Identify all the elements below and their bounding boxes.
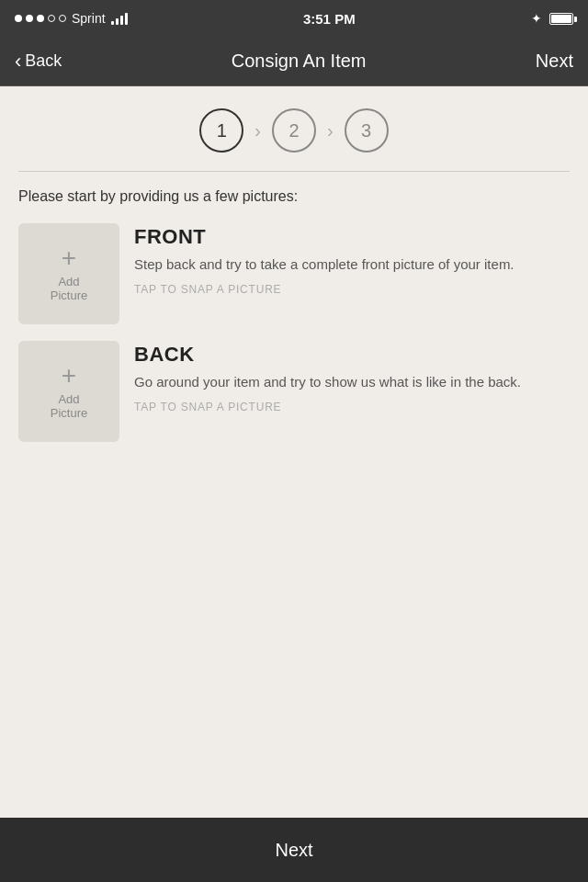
- section-divider: [18, 171, 570, 172]
- page-title: Consign An Item: [232, 51, 367, 72]
- back-chevron-icon: ‹: [15, 51, 21, 72]
- step-3-label: 3: [361, 120, 371, 141]
- battery-fill: [551, 15, 571, 23]
- step-2-label: 2: [288, 120, 299, 141]
- back-button[interactable]: ‹ Back: [15, 51, 62, 72]
- dot-3: [37, 15, 44, 22]
- instructions-text: Please start by providing us a few pictu…: [18, 188, 570, 205]
- front-title: FRONT: [134, 225, 570, 249]
- arrow-1-icon: ›: [254, 120, 261, 141]
- bottom-next-label: Next: [275, 840, 312, 861]
- arrow-2-icon: ›: [327, 120, 334, 141]
- dot-5: [59, 15, 66, 22]
- bluetooth-icon: ✦: [531, 11, 542, 26]
- back-label: Back: [25, 51, 62, 71]
- carrier-label: Sprint: [72, 11, 106, 26]
- back-picture-card: + AddPicture BACK Go around your item an…: [18, 341, 570, 442]
- status-left: Sprint: [15, 11, 128, 26]
- add-back-picture-button[interactable]: + AddPicture: [18, 341, 119, 442]
- front-description: Step back and try to take a complete fro…: [134, 254, 570, 276]
- time-display: 3:51 PM: [303, 11, 356, 27]
- plus-icon-back: +: [62, 363, 76, 389]
- back-tap-label: TAP TO SNAP A PICTURE: [134, 401, 570, 413]
- plus-icon-front: +: [62, 245, 76, 271]
- add-front-picture-button[interactable]: + AddPicture: [18, 223, 119, 324]
- nav-bar: ‹ Back Consign An Item Next: [0, 37, 588, 86]
- content-area: 1 › 2 › 3 Please start by providing us a…: [0, 86, 588, 442]
- add-front-label: AddPicture: [51, 275, 87, 302]
- dot-2: [26, 15, 33, 22]
- step-2: 2: [272, 108, 316, 153]
- step-indicator: 1 › 2 › 3: [18, 108, 570, 153]
- step-1: 1: [199, 108, 243, 153]
- step-1-label: 1: [217, 120, 227, 141]
- signal-dots: [15, 15, 66, 22]
- back-picture-info: BACK Go around your item and try to show…: [134, 341, 570, 413]
- dot-4: [48, 15, 55, 22]
- front-picture-card: + AddPicture FRONT Step back and try to …: [18, 223, 570, 324]
- front-tap-label: TAP TO SNAP A PICTURE: [134, 283, 570, 296]
- status-right: ✦: [531, 11, 573, 26]
- bottom-next-button[interactable]: Next: [0, 818, 588, 882]
- front-picture-info: FRONT Step back and try to take a comple…: [134, 223, 570, 296]
- nav-next-button[interactable]: Next: [536, 51, 573, 72]
- back-description: Go around your item and try to show us w…: [134, 372, 570, 393]
- dot-1: [15, 15, 22, 22]
- add-back-label: AddPicture: [51, 392, 87, 420]
- step-3: 3: [345, 108, 389, 153]
- battery-icon: [549, 13, 573, 25]
- wifi-icon: [111, 12, 128, 25]
- status-bar: Sprint 3:51 PM ✦: [0, 0, 588, 37]
- back-title: BACK: [134, 343, 570, 367]
